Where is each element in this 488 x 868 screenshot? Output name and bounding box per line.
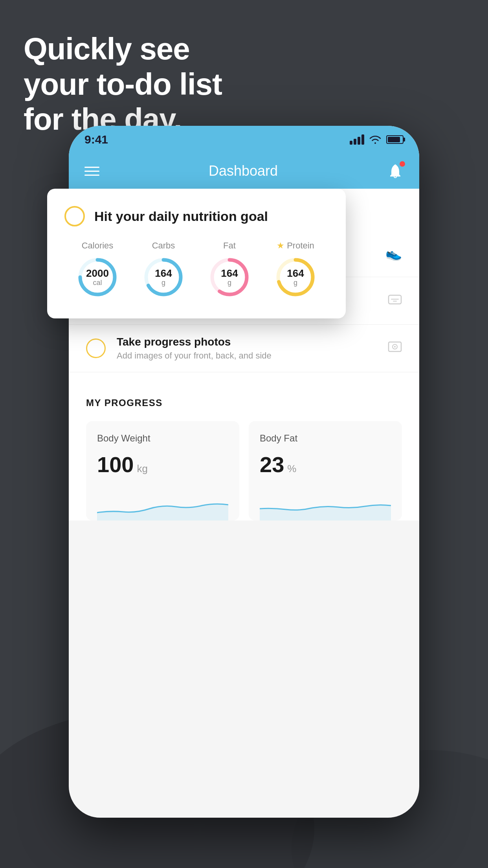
todo-title-photos: Take progress photos [117, 336, 377, 348]
carbs-unit: g [155, 279, 172, 287]
carbs-value: 164 [155, 268, 172, 279]
nutrition-circles: Calories 2000 cal Carbs [64, 241, 328, 299]
progress-cards: Body Weight 100 kg Body Fat [86, 421, 402, 520]
nutrition-protein: ★ Protein 164 g [274, 241, 317, 299]
progress-weight-value-row: 100 kg [97, 452, 228, 477]
calories-label: Calories [82, 241, 114, 251]
nutrition-check-circle[interactable] [64, 206, 85, 226]
protein-ring: 164 g [274, 256, 317, 299]
featured-nutrition-card: Hit your daily nutrition goal Calories 2… [47, 189, 346, 318]
protein-value: 164 [287, 268, 304, 279]
todo-subtitle-photos: Add images of your front, back, and side [117, 351, 377, 361]
progress-bodyfat-value-row: 23 % [260, 452, 391, 477]
signal-icon [350, 134, 364, 145]
fat-unit: g [221, 279, 238, 287]
fat-ring: 164 g [208, 256, 251, 299]
fat-text: 164 g [221, 268, 238, 287]
protein-star-icon: ★ [277, 241, 284, 251]
calories-value: 2000 [86, 268, 109, 279]
progress-weight-unit: kg [137, 463, 147, 475]
scale-icon [388, 292, 402, 309]
status-bar: 9:41 [69, 126, 419, 153]
app-header: Dashboard [69, 153, 419, 189]
protein-label: ★ Protein [277, 241, 314, 251]
progress-card-weight: Body Weight 100 kg [86, 421, 239, 520]
todo-check-photos[interactable] [86, 338, 106, 358]
progress-section-title: MY PROGRESS [86, 397, 402, 408]
progress-card-bodyfat-title: Body Fat [260, 433, 391, 444]
photo-icon [388, 340, 402, 357]
svg-point-5 [394, 346, 396, 348]
calories-unit: cal [86, 279, 109, 287]
fat-label: Fat [223, 241, 236, 251]
fat-value: 164 [221, 268, 238, 279]
progress-card-bodyfat: Body Fat 23 % [249, 421, 402, 520]
carbs-label: Carbs [152, 241, 175, 251]
notification-button[interactable] [387, 163, 404, 179]
carbs-text: 164 g [155, 268, 172, 287]
progress-bodyfat-value: 23 [260, 452, 284, 477]
nutrition-carbs: Carbs 164 g [142, 241, 185, 299]
bodyfat-chart [260, 489, 391, 520]
todo-item-photos[interactable]: Take progress photos Add images of your … [69, 325, 419, 372]
battery-icon [386, 135, 404, 144]
header-title: Dashboard [209, 163, 278, 179]
calories-ring: 2000 cal [76, 256, 119, 299]
menu-button[interactable] [84, 167, 99, 176]
progress-bodyfat-unit: % [287, 463, 296, 475]
nutrition-card-title: Hit your daily nutrition goal [94, 209, 268, 224]
calories-text: 2000 cal [86, 268, 109, 287]
headline: Quickly see your to-do list for the day. [24, 31, 222, 137]
carbs-ring: 164 g [142, 256, 185, 299]
progress-weight-value: 100 [97, 452, 134, 477]
todo-content-photos: Take progress photos Add images of your … [117, 336, 377, 361]
status-time: 9:41 [84, 133, 108, 146]
running-icon: 👟 [385, 245, 402, 261]
progress-section: MY PROGRESS Body Weight 100 kg [69, 380, 419, 520]
card-title-row: Hit your daily nutrition goal [64, 206, 328, 226]
nutrition-calories: Calories 2000 cal [76, 241, 119, 299]
weight-chart [97, 489, 228, 520]
protein-unit: g [287, 279, 304, 287]
nutrition-fat: Fat 164 g [208, 241, 251, 299]
protein-text: 164 g [287, 268, 304, 287]
status-icons [350, 134, 404, 145]
wifi-icon [369, 135, 382, 144]
progress-card-weight-title: Body Weight [97, 433, 228, 444]
